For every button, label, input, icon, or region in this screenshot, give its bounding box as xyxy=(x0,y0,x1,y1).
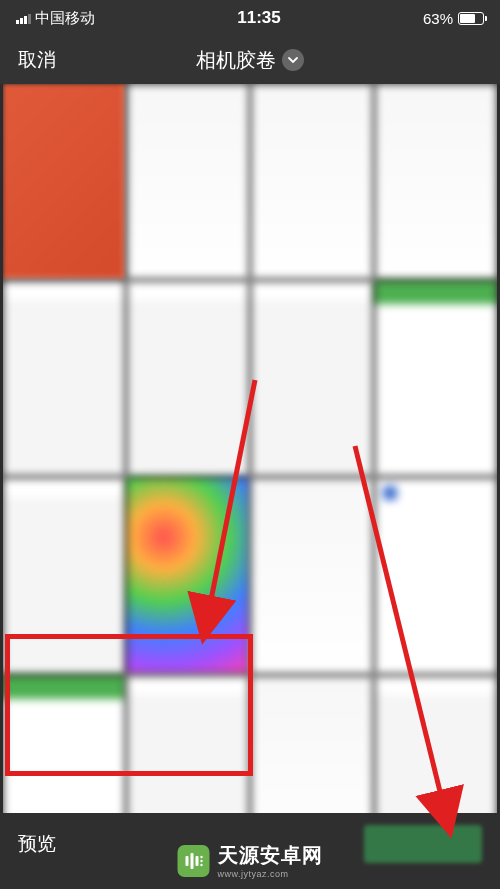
photo-thumb[interactable] xyxy=(127,478,249,673)
chevron-down-icon xyxy=(282,49,304,71)
svg-point-7 xyxy=(200,863,202,865)
watermark: 天源安卓网 www.jytyaz.com xyxy=(178,842,323,879)
watermark-title: 天源安卓网 xyxy=(218,842,323,869)
photo-thumb[interactable] xyxy=(375,281,497,476)
photo-thumb[interactable] xyxy=(127,281,249,476)
photo-thumb[interactable] xyxy=(375,676,497,813)
confirm-button[interactable] xyxy=(364,825,482,863)
battery-icon xyxy=(458,12,484,25)
photo-thumb[interactable] xyxy=(251,478,373,673)
photo-thumb[interactable] xyxy=(127,84,249,279)
photo-thumb[interactable] xyxy=(3,281,125,476)
svg-point-6 xyxy=(200,859,202,861)
svg-rect-4 xyxy=(196,856,199,866)
status-right: 63% xyxy=(423,10,484,27)
photo-thumb[interactable] xyxy=(251,84,373,279)
svg-rect-2 xyxy=(186,856,189,866)
album-selector[interactable]: 相机胶卷 xyxy=(196,47,304,74)
battery-pct: 63% xyxy=(423,10,453,27)
preview-button[interactable]: 预览 xyxy=(18,831,56,857)
photo-thumb[interactable] xyxy=(375,84,497,279)
svg-rect-3 xyxy=(191,853,194,869)
nav-bar: 取消 相机胶卷 xyxy=(0,36,500,84)
cancel-button[interactable]: 取消 xyxy=(18,47,56,73)
svg-point-5 xyxy=(200,855,202,857)
album-title: 相机胶卷 xyxy=(196,47,276,74)
status-left: 中国移动 xyxy=(16,9,95,28)
clock: 11:35 xyxy=(237,8,280,28)
watermark-url: www.jytyaz.com xyxy=(218,869,323,879)
carrier-label: 中国移动 xyxy=(35,9,95,28)
photo-thumb[interactable] xyxy=(375,478,497,673)
watermark-logo-icon xyxy=(178,845,210,877)
photo-picker-screen: 中国移动 11:35 63% 取消 相机胶卷 xyxy=(0,0,500,889)
photo-thumb[interactable] xyxy=(3,676,125,813)
photo-thumb[interactable] xyxy=(3,478,125,673)
photo-grid[interactable] xyxy=(3,84,497,813)
photo-thumb[interactable] xyxy=(3,84,125,279)
photo-thumb[interactable] xyxy=(251,676,373,813)
photo-thumb[interactable] xyxy=(127,676,249,813)
status-bar: 中国移动 11:35 63% xyxy=(0,0,500,36)
signal-icon xyxy=(16,12,31,24)
photo-thumb[interactable] xyxy=(251,281,373,476)
